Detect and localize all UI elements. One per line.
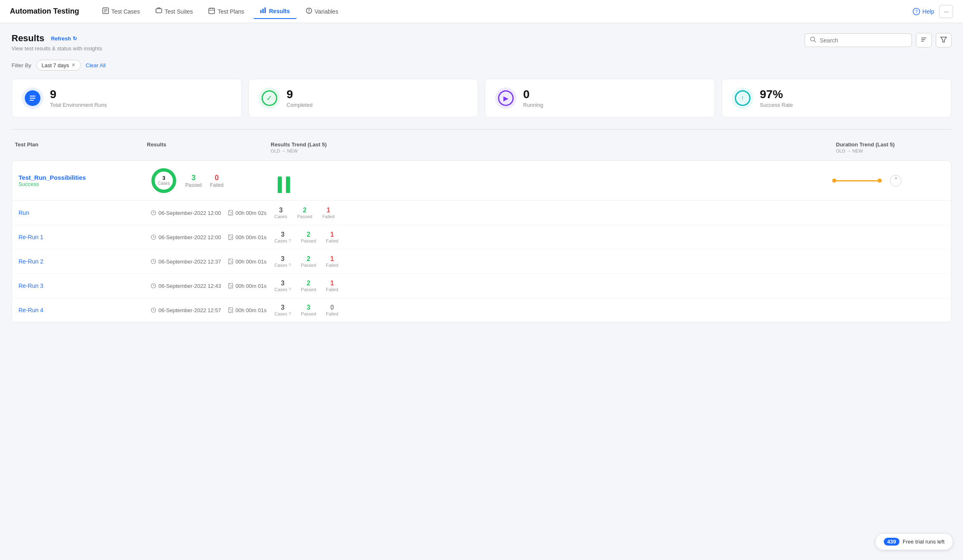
run-name[interactable]: Re-Run 4 [19, 307, 43, 313]
passed-count: 2 Passed [301, 280, 316, 292]
more-menu-button[interactable]: ··· [939, 5, 953, 18]
collapse-button[interactable]: ˄ [890, 175, 902, 186]
passed-count: 2 Passed [301, 231, 316, 243]
svg-rect-25 [30, 100, 34, 101]
svg-line-18 [814, 41, 816, 42]
refresh-label: Refresh [51, 35, 71, 42]
header-results: Results [147, 141, 271, 154]
search-input[interactable] [820, 37, 906, 44]
failed-count: 1 Failed [326, 280, 338, 292]
app-title: Automation Testing [10, 7, 79, 16]
test-plan-status: Success [19, 181, 151, 187]
run-row-2: Re-Run 2 06-September-2022 12:37 00h 00m… [12, 249, 951, 274]
donut-label: 3Cases [158, 175, 170, 186]
clock-icon [151, 259, 156, 264]
run-duration: 00h 00m 01s [228, 307, 267, 313]
filter-remove-button[interactable]: × [71, 62, 75, 68]
passed-count: 2 Passed [297, 207, 312, 219]
search-box[interactable] [805, 33, 912, 47]
trend-bar-group-1 [286, 176, 290, 193]
nav-label-test-cases: Test Cases [111, 8, 140, 15]
running-number: 0 [523, 89, 543, 100]
refresh-button[interactable]: Refresh ↻ [51, 35, 77, 42]
clear-all-button[interactable]: Clear All [86, 62, 106, 68]
run-meta-col: 06-September-2022 12:00 00h 00m 02s [151, 210, 274, 216]
success-rate-icon: ↑ [735, 90, 751, 106]
run-duration: 00h 00m 01s [228, 259, 267, 265]
svg-rect-24 [30, 98, 35, 99]
completed-icon: ✓ [262, 90, 277, 106]
stat-info-success-rate: 97% Success Rate [760, 89, 793, 108]
run-meta-col: 06-September-2022 12:43 00h 00m 01s [151, 283, 274, 289]
help-icon[interactable]: ? [288, 311, 291, 316]
filter-button[interactable] [936, 33, 951, 47]
run-name-col: Re-Run 4 [19, 307, 151, 313]
page-title: Results [12, 33, 44, 44]
run-name-col: Re-Run 1 [19, 234, 151, 240]
results-icon [260, 7, 267, 15]
run-meta-col: 06-September-2022 12:37 00h 00m 01s [151, 259, 274, 265]
duration-trend-col: ˄ [829, 175, 944, 186]
nav-label-variables: Variables [315, 8, 338, 15]
help-icon[interactable]: ? [288, 287, 291, 292]
failed-count: 1 Failed [322, 207, 335, 219]
help-icon[interactable]: ? [288, 238, 291, 243]
run-name[interactable]: Re-Run 3 [19, 282, 43, 289]
run-name-col: Run [19, 209, 151, 216]
cases-count: 3 Cases ? [274, 231, 291, 243]
run-name[interactable]: Run [19, 209, 29, 216]
help-button[interactable]: ? Help [913, 8, 935, 15]
total-runs-number: 9 [50, 89, 107, 100]
run-date: 06-September-2022 12:43 [151, 283, 221, 289]
result-counts: 3 Passed 0 Failed [185, 174, 224, 188]
test-plan-name[interactable]: Test_Run_Possibilities [19, 174, 151, 181]
clock-icon [151, 283, 156, 289]
sub-results-col: 3 Cases ? 3 Passed 0 Failed [274, 304, 829, 316]
hourglass-icon [228, 210, 234, 216]
trend-bar-green [278, 176, 282, 193]
run-name[interactable]: Re-Run 1 [19, 234, 43, 240]
run-duration: 00h 00m 01s [228, 283, 267, 289]
test-plans-icon [208, 7, 215, 15]
cases-count: 3 Cases [274, 207, 287, 219]
passed-count: 2 Passed [301, 255, 316, 268]
header-results-trend: Results Trend (Last 5) OLD → NEW [271, 141, 836, 154]
nav-item-test-cases[interactable]: Test Cases [96, 4, 146, 19]
top-navigation: Automation Testing Test Cases Test Suite… [0, 0, 963, 23]
run-date: 06-September-2022 12:00 [151, 234, 221, 240]
hourglass-icon [228, 259, 234, 264]
nav-item-variables[interactable]: Variables [299, 4, 345, 19]
passed-count: 3 Passed [301, 304, 316, 316]
page-content: Results Refresh ↻ View test results & st… [0, 23, 963, 334]
hourglass-icon [228, 307, 234, 313]
help-label: Help [923, 8, 935, 15]
sub-results-col: 3 Cases ? 2 Passed 1 Failed [274, 255, 829, 268]
total-runs-icon [22, 87, 43, 109]
sub-results-col: 3 Cases 2 Passed 1 Failed [274, 207, 829, 219]
nav-item-results[interactable]: Results [253, 4, 297, 19]
header-duration-trend: Duration Trend (Last 5) OLD → NEW [836, 141, 951, 154]
hourglass-icon [228, 283, 234, 289]
running-icon: ▶ [498, 90, 514, 106]
header-actions [805, 33, 951, 47]
run-name[interactable]: Re-Run 2 [19, 258, 43, 265]
stat-info-total-runs: 9 Total Environment Runs [50, 89, 107, 108]
test-suites-icon [156, 7, 162, 15]
stat-card-completed: ✓ 9 Completed [248, 79, 479, 118]
completed-icon-wrapper: ✓ [259, 87, 280, 109]
sort-icon [921, 36, 927, 44]
test-plan-results-col: 3Cases 3 Passed 0 Failed [151, 167, 274, 194]
svg-point-14 [309, 12, 309, 12]
nav-item-test-suites[interactable]: Test Suites [149, 4, 199, 19]
nav-label-test-suites: Test Suites [165, 8, 193, 15]
nav-item-test-plans[interactable]: Test Plans [202, 4, 251, 19]
svg-rect-11 [264, 7, 266, 13]
section-divider [12, 129, 951, 130]
filter-label: Filter By [12, 62, 31, 68]
help-icon[interactable]: ? [288, 263, 291, 268]
hourglass-icon [228, 234, 234, 240]
donut-chart: 3Cases [151, 167, 177, 194]
sort-button[interactable] [916, 33, 932, 47]
refresh-icon: ↻ [73, 35, 77, 42]
sub-results-col: 3 Cases ? 2 Passed 1 Failed [274, 280, 829, 292]
